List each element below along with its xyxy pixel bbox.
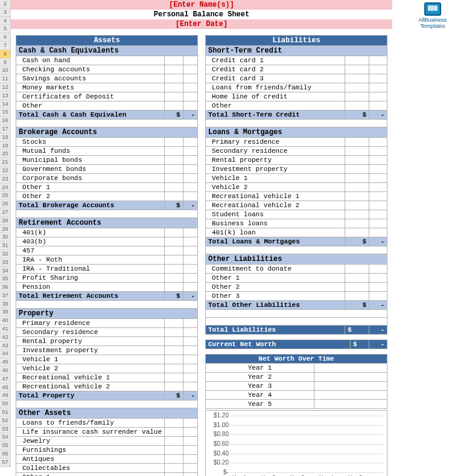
liab-item-label[interactable]: Other 1 — [206, 274, 345, 283]
liab-item-value2[interactable] — [369, 165, 387, 174]
asset-item-value2[interactable] — [183, 382, 197, 391]
asset-item-value2[interactable] — [183, 56, 197, 65]
asset-item-label[interactable]: Stocks — [16, 138, 165, 147]
asset-item-label[interactable]: Antiques — [16, 455, 165, 464]
asset-item-value[interactable] — [165, 101, 183, 111]
row-number[interactable]: 21 — [0, 158, 10, 167]
networth-year-value[interactable] — [314, 364, 387, 373]
row-number[interactable]: 11 — [0, 75, 10, 83]
asset-item-value2[interactable] — [183, 183, 197, 192]
asset-item-value2[interactable] — [183, 283, 197, 292]
asset-item-value[interactable] — [165, 256, 183, 265]
asset-item-label[interactable]: Collectables — [16, 464, 165, 473]
liab-item-label[interactable]: Vehicle 2 — [206, 183, 345, 192]
asset-item-label[interactable]: Pension — [16, 283, 165, 292]
asset-item-value[interactable] — [165, 382, 183, 391]
asset-item-label[interactable]: Mutual funds — [16, 147, 165, 156]
row-number[interactable]: 56 — [0, 450, 10, 458]
row-number[interactable]: 44 — [0, 350, 10, 358]
row-number[interactable]: 20 — [0, 150, 10, 158]
networth-year-value[interactable] — [314, 373, 387, 382]
row-number[interactable]: 26 — [0, 200, 10, 208]
row-number[interactable]: 24 — [0, 184, 10, 192]
row-number[interactable]: 39 — [0, 308, 10, 317]
asset-item-label[interactable]: Government bonds — [16, 165, 165, 174]
asset-item-label[interactable]: Recreational vehicle 1 — [16, 373, 165, 382]
liab-item-value2[interactable] — [369, 219, 387, 228]
liab-item-value2[interactable] — [369, 192, 387, 201]
asset-item-value2[interactable] — [183, 138, 197, 147]
row-number[interactable]: 16 — [0, 117, 10, 125]
asset-item-value[interactable] — [165, 419, 183, 428]
asset-item-value[interactable] — [165, 428, 183, 437]
row-number[interactable]: 10 — [0, 66, 10, 75]
row-number[interactable]: 37 — [0, 292, 10, 300]
asset-item-value2[interactable] — [183, 174, 197, 183]
row-number[interactable]: 48 — [0, 384, 10, 392]
asset-item-value[interactable] — [165, 174, 183, 183]
row-number[interactable]: 49 — [0, 391, 10, 400]
liab-item-value2[interactable] — [369, 183, 387, 192]
asset-item-value2[interactable] — [183, 419, 197, 428]
asset-item-value2[interactable] — [183, 237, 197, 246]
asset-item-value[interactable] — [165, 237, 183, 246]
asset-item-label[interactable]: Other — [16, 101, 165, 111]
liab-item-label[interactable]: Business loans — [206, 219, 345, 228]
networth-year-value[interactable] — [314, 382, 387, 391]
row-number[interactable]: 8 — [0, 50, 10, 59]
liab-item-value2[interactable] — [369, 292, 387, 301]
liab-item-value[interactable] — [345, 83, 369, 92]
asset-item-label[interactable]: Savings accounts — [16, 74, 165, 83]
row-number[interactable]: 23 — [0, 175, 10, 184]
liab-item-value2[interactable] — [369, 56, 387, 65]
asset-item-label[interactable]: Vehicle 1 — [16, 355, 165, 364]
asset-item-value2[interactable] — [183, 101, 197, 111]
asset-item-value2[interactable] — [183, 428, 197, 437]
liab-item-label[interactable]: Home line of credit — [206, 92, 345, 101]
asset-item-value[interactable] — [165, 473, 183, 477]
liab-item-label[interactable]: Rental property — [206, 156, 345, 165]
asset-item-value[interactable] — [165, 56, 183, 65]
asset-item-value2[interactable] — [183, 165, 197, 174]
liab-item-value2[interactable] — [369, 265, 387, 274]
liab-item-value[interactable] — [345, 165, 369, 174]
row-number[interactable]: 12 — [0, 83, 10, 92]
liab-item-value2[interactable] — [369, 228, 387, 237]
liab-item-value2[interactable] — [369, 210, 387, 219]
date-placeholder[interactable]: [Enter Date] — [11, 19, 392, 29]
row-number[interactable]: 30 — [0, 233, 10, 242]
row-number[interactable]: 18 — [0, 133, 10, 142]
asset-item-value2[interactable] — [183, 355, 197, 364]
asset-item-value2[interactable] — [183, 337, 197, 346]
row-number[interactable]: 45 — [0, 358, 10, 367]
asset-item-value[interactable] — [165, 355, 183, 364]
row-number[interactable]: 14 — [0, 100, 10, 109]
liab-item-label[interactable]: 401(k) loan — [206, 228, 345, 237]
liab-item-value2[interactable] — [369, 83, 387, 92]
liab-item-value2[interactable] — [369, 156, 387, 165]
liab-item-value2[interactable] — [369, 147, 387, 156]
asset-item-label[interactable]: Checking accounts — [16, 65, 165, 74]
asset-item-label[interactable]: Rental property — [16, 337, 165, 346]
liab-item-value2[interactable] — [369, 92, 387, 101]
row-number[interactable]: 3 — [0, 8, 10, 17]
row-number[interactable]: 19 — [0, 142, 10, 150]
asset-item-value2[interactable] — [183, 274, 197, 283]
liab-item-value[interactable] — [345, 174, 369, 183]
liab-item-value2[interactable] — [369, 138, 387, 147]
row-number[interactable]: 2 — [0, 0, 10, 8]
liab-item-value[interactable] — [345, 138, 369, 147]
liab-item-value[interactable] — [345, 219, 369, 228]
row-number[interactable]: 47 — [0, 375, 10, 384]
row-number[interactable]: 53 — [0, 425, 10, 434]
liab-item-label[interactable]: Loans from friends/family — [206, 83, 345, 92]
asset-item-value2[interactable] — [183, 437, 197, 446]
liab-item-value2[interactable] — [369, 101, 387, 111]
asset-item-value[interactable] — [165, 83, 183, 92]
asset-item-value[interactable] — [165, 464, 183, 473]
asset-item-label[interactable]: Vehicle 2 — [16, 364, 165, 373]
asset-item-value2[interactable] — [183, 83, 197, 92]
asset-item-value2[interactable] — [183, 473, 197, 477]
asset-item-label[interactable]: Other 1 — [16, 183, 165, 192]
liab-item-value2[interactable] — [369, 201, 387, 210]
